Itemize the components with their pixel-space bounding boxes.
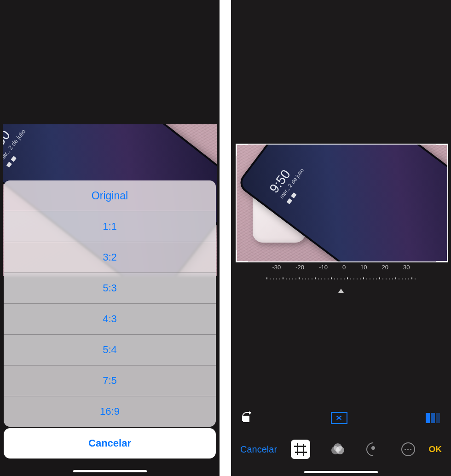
aspect-option-16-9[interactable]: 16:9 [4,396,216,427]
dial-label: 30 [403,264,410,271]
panel-crop-editor: 9:50 mar., 2 de julio -30 -20 -10 0 10 2… [231,0,451,476]
crop-handle-br[interactable] [436,250,448,262]
crop-preview[interactable]: 9:50 mar., 2 de julio [236,144,448,262]
dial-pointer-icon [338,289,344,293]
cancel-button[interactable]: Cancelar [240,444,277,455]
crop-handle-bl[interactable] [236,250,248,262]
rotate-icon[interactable] [242,413,252,423]
crop-handle-tl[interactable] [236,144,248,156]
adjust-tool-icon[interactable] [364,440,383,459]
dial-label: -20 [295,264,304,271]
dial-label: 20 [382,264,388,271]
crop-tool-icon[interactable] [291,440,310,459]
dial-label: 0 [342,264,346,271]
dial-ticks [254,273,428,287]
aspect-option-1-1[interactable]: 1:1 [4,211,216,242]
ok-button[interactable]: OK [428,444,442,454]
home-indicator [73,470,147,472]
aspect-option-5-3[interactable]: 5:3 [4,273,216,304]
dial-label: -30 [272,264,281,271]
aspect-option-4-3[interactable]: 4:3 [4,304,216,335]
aspect-ratio-icon[interactable]: ✕ [331,412,347,424]
aspect-option-7-5[interactable]: 7:5 [4,366,216,396]
aspect-option-5-4[interactable]: 5:4 [4,335,216,366]
home-indicator [304,471,378,473]
crop-tool-row: ✕ [231,409,451,427]
panel-aspect-ratio-sheet: 9:50 mar., 2 de julio Original 1:1 3:2 5… [0,0,220,476]
dial-label: -10 [319,264,328,271]
phone-in-photo: 9:50 mar., 2 de julio [236,144,448,262]
filters-tool-icon[interactable] [331,443,345,455]
aspect-ratio-sheet: Original 1:1 3:2 5:3 4:3 5:4 7:5 16:9 [4,180,216,427]
more-tool-icon[interactable] [401,442,415,456]
rotation-dial[interactable]: -30 -20 -10 0 10 20 30 [254,260,428,302]
dial-label: 10 [360,264,367,271]
aspect-cancel-button[interactable]: Cancelar [4,428,216,459]
crop-handle-tr[interactable] [436,144,448,156]
compare-icon[interactable] [426,413,440,423]
aspect-option-original[interactable]: Original [4,180,216,211]
aspect-option-3-2[interactable]: 3:2 [4,242,216,273]
editor-bottom-bar: Cancelar OK [231,435,451,463]
